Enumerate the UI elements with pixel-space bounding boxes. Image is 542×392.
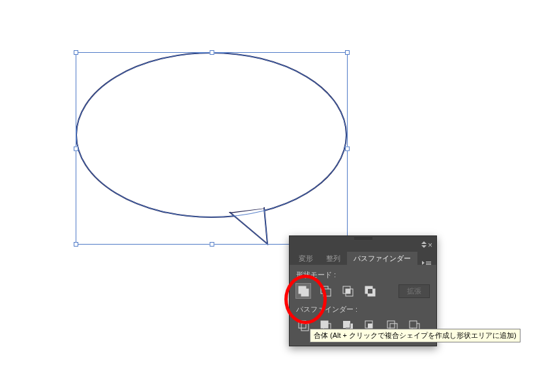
tab-align[interactable]: 整列 bbox=[320, 252, 347, 265]
resize-handle-tm[interactable] bbox=[209, 50, 214, 55]
svg-rect-20 bbox=[387, 321, 395, 328]
panel-flyout-menu-icon[interactable] bbox=[419, 261, 434, 265]
shape-modes-label: 形状モード : bbox=[296, 270, 430, 280]
panel-drag-grip[interactable] bbox=[290, 236, 436, 240]
svg-rect-10 bbox=[299, 321, 306, 328]
minus-front-button[interactable] bbox=[318, 284, 333, 298]
svg-rect-6 bbox=[346, 289, 350, 294]
resize-handle-tl[interactable] bbox=[74, 50, 78, 55]
intersect-icon bbox=[342, 285, 354, 297]
unite-button[interactable] bbox=[296, 284, 310, 298]
resize-handle-ml[interactable] bbox=[74, 146, 78, 151]
divide-icon bbox=[297, 320, 309, 331]
close-panel-icon[interactable]: × bbox=[428, 241, 432, 249]
shape-modes-row: 拡張 bbox=[296, 284, 430, 298]
exclude-button[interactable] bbox=[363, 284, 377, 298]
panel-tabbar: 変形 整列 パスファインダー bbox=[290, 252, 436, 265]
divide-button[interactable] bbox=[296, 318, 310, 333]
bounding-box[interactable] bbox=[76, 52, 348, 245]
svg-rect-1 bbox=[301, 289, 309, 296]
pathfinder-section-label: パスファインダー : bbox=[296, 305, 430, 314]
resize-handle-bl[interactable] bbox=[74, 242, 78, 247]
intersect-button[interactable] bbox=[340, 284, 355, 298]
svg-rect-12 bbox=[321, 321, 328, 328]
minus-front-icon bbox=[320, 285, 331, 297]
resize-handle-mr[interactable] bbox=[345, 146, 350, 151]
resize-handle-bm[interactable] bbox=[209, 242, 214, 247]
unite-icon bbox=[297, 285, 309, 297]
svg-rect-23 bbox=[410, 321, 417, 328]
svg-rect-3 bbox=[324, 289, 331, 296]
tab-transform[interactable]: 変形 bbox=[292, 252, 320, 265]
svg-rect-19 bbox=[368, 324, 372, 328]
resize-handle-tr[interactable] bbox=[345, 50, 350, 55]
unite-tooltip: 合体 (Alt + クリックで複合シェイプを作成し形状エリアに追加) bbox=[310, 329, 520, 342]
tab-pathfinder[interactable]: パスファインダー bbox=[347, 252, 417, 265]
svg-rect-11 bbox=[301, 324, 309, 331]
exclude-icon bbox=[364, 285, 376, 297]
expand-button: 拡張 bbox=[399, 284, 430, 298]
svg-rect-9 bbox=[368, 289, 372, 294]
